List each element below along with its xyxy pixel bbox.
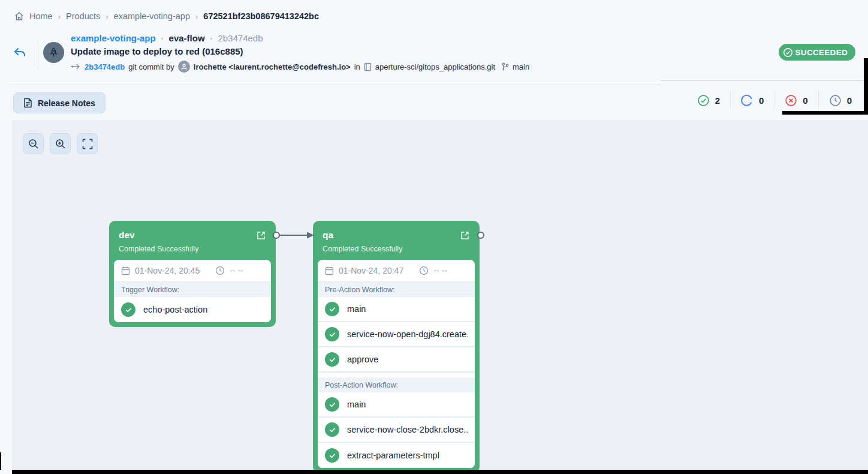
external-link-icon[interactable]: [256, 230, 266, 241]
stage-duration: -- --: [433, 266, 447, 275]
stage-header: qa Completed Successfully: [318, 226, 475, 260]
zoom-out-button[interactable]: [23, 133, 44, 154]
breadcrumb-current-release: 672521bf23b08679413242bc: [203, 11, 319, 21]
counter-failed[interactable]: 0: [774, 91, 818, 109]
release-hash: 2b3474edb: [218, 33, 263, 43]
running-spinner-icon: [741, 94, 754, 107]
back-button[interactable]: [13, 47, 26, 59]
breadcrumb-separator: ›: [106, 12, 108, 21]
screen-artifact-bar: [782, 111, 868, 115]
pipeline-canvas[interactable]: dev Completed Successfully 01-Nov-24, 20…: [12, 120, 868, 470]
counter-value: 0: [803, 95, 807, 106]
toolbar: Release Notes 2 0 0 0: [0, 90, 868, 115]
bullet-separator: •: [210, 35, 213, 42]
author-avatar: [178, 61, 190, 73]
section-divider: [661, 80, 868, 81]
workflow-item-label: main: [347, 400, 366, 409]
product-link[interactable]: example-voting-app: [71, 33, 156, 43]
succeeded-icon: [697, 94, 710, 107]
workflow-section-label: Trigger Workflow:: [114, 282, 271, 297]
section-divider: [8, 85, 661, 85]
stage-name: dev: [119, 230, 135, 241]
breadcrumb-product[interactable]: example-voting-app: [114, 11, 190, 21]
breadcrumb-products[interactable]: Products: [66, 11, 100, 21]
stage-date-row: 01-Nov-24, 20:47 -- --: [318, 260, 475, 282]
stage-body: 01-Nov-24, 20:45 -- -- Trigger Workflow:…: [114, 260, 271, 322]
commit-icon: [71, 63, 81, 70]
workflow-item-label: main: [347, 304, 366, 314]
stage-body: 01-Nov-24, 20:47 -- -- Pre-Action Workfl…: [318, 260, 475, 468]
success-check-icon: [325, 448, 339, 463]
bullet-separator: •: [161, 35, 164, 42]
calendar-icon: [325, 266, 334, 275]
commit-details-row: 2b3474edb git commit by lrochette <laure…: [71, 61, 529, 73]
commit-action-label: git commit by: [128, 62, 174, 71]
rocket-icon: [48, 47, 59, 58]
flow-name: eva-flow: [169, 33, 205, 43]
release-notes-label: Release Notes: [38, 98, 95, 108]
stage-card-qa[interactable]: qa Completed Successfully 01-Nov-24, 20:…: [313, 221, 480, 473]
document-icon: [23, 98, 32, 108]
workflow-item-label: extract-parameters-tmpl: [347, 451, 439, 460]
commit-hash-link[interactable]: 2b3474edb: [85, 62, 125, 71]
zoom-in-button[interactable]: [50, 133, 71, 154]
screen-artifact-bar: [0, 452, 1, 470]
home-icon: [14, 11, 24, 21]
workflow-item-label: approve: [347, 355, 378, 364]
workflow-section-label: Post-Action Workflow:: [318, 377, 475, 392]
workflow-item-label: service-now-open-dgj84.create...: [347, 329, 468, 339]
workflow-item[interactable]: main: [318, 392, 475, 418]
breadcrumb-separator: ›: [195, 12, 198, 21]
counter-running[interactable]: 0: [730, 91, 774, 109]
stage-name: qa: [323, 230, 333, 241]
counter-succeeded[interactable]: 2: [687, 91, 730, 109]
release-notes-button[interactable]: Release Notes: [13, 92, 106, 113]
status-badge-label: SUCCEEDED: [795, 48, 848, 57]
counter-pending[interactable]: 0: [818, 91, 862, 109]
workflow-item[interactable]: main: [318, 297, 475, 322]
workflow-item[interactable]: approve: [318, 347, 475, 373]
stage-date-row: 01-Nov-24, 20:45 -- --: [114, 260, 271, 282]
breadcrumb-separator: ›: [58, 12, 61, 21]
stage-status: Completed Successfully: [323, 245, 470, 253]
commit-author: lrochette <laurent.rochette@codefresh.io…: [194, 62, 351, 71]
screen-artifact-bar: [12, 470, 868, 474]
workflow-item[interactable]: echo-post-action: [114, 297, 271, 322]
clock-icon: [829, 94, 842, 107]
workflow-section-label: Pre-Action Workflow:: [318, 282, 475, 297]
screen-artifact-bar: [864, 58, 868, 114]
stage-date: 01-Nov-24, 20:45: [135, 266, 200, 275]
workflow-item-label: service-now-close-2bdkr.close...: [347, 425, 468, 434]
repo-name: aperture-sci/gitops_applications.git: [375, 62, 495, 71]
counter-value: 0: [847, 95, 852, 106]
external-link-icon[interactable]: [460, 230, 470, 241]
fit-to-screen-button[interactable]: [77, 133, 98, 154]
success-check-icon: [325, 302, 339, 316]
status-badge: SUCCEEDED: [779, 44, 855, 61]
counter-value: 2: [715, 95, 720, 106]
workflow-item[interactable]: extract-parameters-tmpl: [318, 443, 475, 468]
person-icon: [180, 63, 188, 70]
breadcrumb-home[interactable]: Home: [29, 11, 53, 21]
success-check-icon: [325, 352, 339, 367]
clock-icon: [419, 266, 429, 275]
stage-duration: -- --: [230, 266, 243, 275]
branch-name: main: [513, 62, 529, 71]
workflow-item[interactable]: service-now-close-2bdkr.close...: [318, 418, 475, 443]
in-label: in: [354, 62, 360, 71]
stage-header: dev Completed Successfully: [114, 226, 271, 260]
branch-icon: [501, 62, 509, 71]
check-circle-icon: [782, 47, 794, 58]
workflow-item[interactable]: service-now-open-dgj84.create...: [318, 322, 475, 347]
status-counters: 2 0 0 0: [687, 91, 862, 109]
workflow-item-label: echo-post-action: [143, 305, 207, 314]
zoom-controls: [23, 133, 98, 154]
commit-message: Update image to deploy to red (016c885): [71, 46, 529, 56]
title-row: example-voting-app • eva-flow • 2b3474ed…: [71, 33, 529, 43]
failed-icon: [785, 94, 797, 107]
success-check-icon: [121, 302, 135, 317]
stage-card-dev[interactable]: dev Completed Successfully 01-Nov-24, 20…: [109, 221, 276, 327]
stage-status: Completed Successfully: [119, 245, 266, 253]
success-check-icon: [325, 397, 339, 412]
header-divider: [38, 40, 38, 71]
